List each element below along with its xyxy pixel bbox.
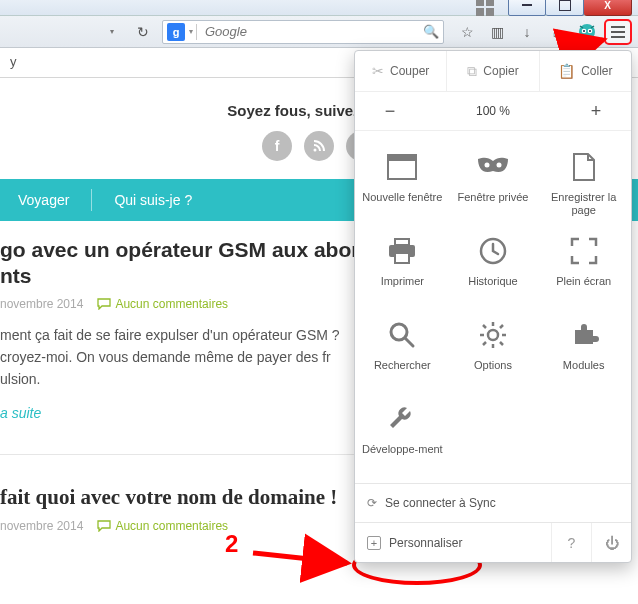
copy-button[interactable]: ⧉Copier xyxy=(447,51,538,91)
svg-point-5 xyxy=(314,149,317,152)
menu-button[interactable] xyxy=(604,19,632,45)
private-window-button[interactable]: Fenêtre privée xyxy=(448,139,539,223)
copy-icon: ⧉ xyxy=(467,63,477,80)
search-provider-icon[interactable]: g xyxy=(167,23,185,41)
comments-link[interactable]: Aucun commentaires xyxy=(97,519,228,533)
print-button[interactable]: Imprimer xyxy=(357,223,448,307)
fullscreen-icon xyxy=(566,233,602,269)
maximize-button[interactable] xyxy=(546,0,584,16)
search-icon xyxy=(384,317,420,353)
facebook-icon[interactable]: f xyxy=(262,131,292,161)
addons-button[interactable]: Modules xyxy=(538,307,629,391)
save-page-button[interactable]: Enregistrer la page xyxy=(538,139,629,223)
bookmarks-menu-button[interactable]: ▥ xyxy=(484,20,510,44)
rss-icon[interactable] xyxy=(304,131,334,161)
nav-voyager[interactable]: Voyager xyxy=(14,192,73,208)
window-titlebar: X xyxy=(0,0,638,16)
app-menu-panel: ✂Couper ⧉Copier 📋Coller − 100 % + Nouvel… xyxy=(354,50,632,563)
post-date: novembre 2014 xyxy=(0,519,83,533)
gear-icon xyxy=(475,317,511,353)
bookmark-star-button[interactable]: ☆ xyxy=(454,20,480,44)
scissors-icon: ✂ xyxy=(372,63,384,79)
history-icon xyxy=(475,233,511,269)
sync-icon: ⟳ xyxy=(367,496,377,510)
clipboard-icon: 📋 xyxy=(558,63,575,79)
plus-icon: + xyxy=(367,536,381,550)
page-icon xyxy=(566,149,602,185)
zoom-row: − 100 % + xyxy=(355,92,631,131)
sync-button[interactable]: ⟳ Se connecter à Sync xyxy=(355,484,631,522)
zoom-value[interactable]: 100 % xyxy=(425,104,561,118)
reload-button[interactable]: ↻ xyxy=(130,20,156,44)
window-controls: X xyxy=(508,0,632,16)
post-date: novembre 2014 xyxy=(0,297,83,311)
history-button[interactable]: Historique xyxy=(448,223,539,307)
svg-point-9 xyxy=(496,163,501,168)
customize-button[interactable]: + Personnaliser xyxy=(355,536,551,550)
history-dropdown-button[interactable] xyxy=(98,20,124,44)
panel-footer: + Personnaliser ? ⏻ xyxy=(355,522,631,562)
svg-point-4 xyxy=(589,30,591,32)
svg-rect-10 xyxy=(395,239,409,245)
svg-point-8 xyxy=(484,163,489,168)
cut-button[interactable]: ✂Couper xyxy=(355,51,446,91)
puzzle-icon xyxy=(566,317,602,353)
browser-toolbar: ↻ g ▾ 🔍 ☆ ▥ ↓ ⌂ xyxy=(0,16,638,48)
addon-owl-icon[interactable] xyxy=(574,20,600,44)
help-button[interactable]: ? xyxy=(551,523,591,563)
paste-button[interactable]: 📋Coller xyxy=(540,51,631,91)
zoom-in-button[interactable]: + xyxy=(561,92,631,130)
developer-button[interactable]: Développe-ment xyxy=(357,391,448,475)
quit-button[interactable]: ⏻ xyxy=(591,523,631,563)
zoom-out-button[interactable]: − xyxy=(355,92,425,130)
callout-2: 2 xyxy=(225,530,238,558)
menu-grid: Nouvelle fenêtre Fenêtre privée Enregist… xyxy=(355,131,631,483)
comments-link[interactable]: Aucun commentaires xyxy=(97,297,228,311)
search-box[interactable]: g ▾ 🔍 xyxy=(162,20,444,44)
fullscreen-button[interactable]: Plein écran xyxy=(538,223,629,307)
close-button[interactable]: X xyxy=(584,0,632,16)
minimize-button[interactable] xyxy=(508,0,546,16)
svg-rect-7 xyxy=(388,155,416,161)
nav-qui-suis-je[interactable]: Qui suis-je ? xyxy=(110,192,196,208)
tab-groups-icon[interactable] xyxy=(476,0,494,16)
svg-rect-12 xyxy=(395,253,409,263)
search-input[interactable] xyxy=(201,22,419,41)
window-icon xyxy=(384,149,420,185)
svg-point-15 xyxy=(488,330,498,340)
print-icon xyxy=(384,233,420,269)
mask-icon xyxy=(475,149,511,185)
downloads-button[interactable]: ↓ xyxy=(514,20,540,44)
find-button[interactable]: Rechercher xyxy=(357,307,448,391)
read-more-link[interactable]: a suite xyxy=(0,405,41,421)
edit-row: ✂Couper ⧉Copier 📋Coller xyxy=(355,51,631,92)
new-window-button[interactable]: Nouvelle fenêtre xyxy=(357,139,448,223)
home-button[interactable]: ⌂ xyxy=(544,20,570,44)
search-icon[interactable]: 🔍 xyxy=(419,24,443,39)
wrench-icon xyxy=(384,401,420,437)
svg-point-3 xyxy=(583,30,585,32)
options-button[interactable]: Options xyxy=(448,307,539,391)
